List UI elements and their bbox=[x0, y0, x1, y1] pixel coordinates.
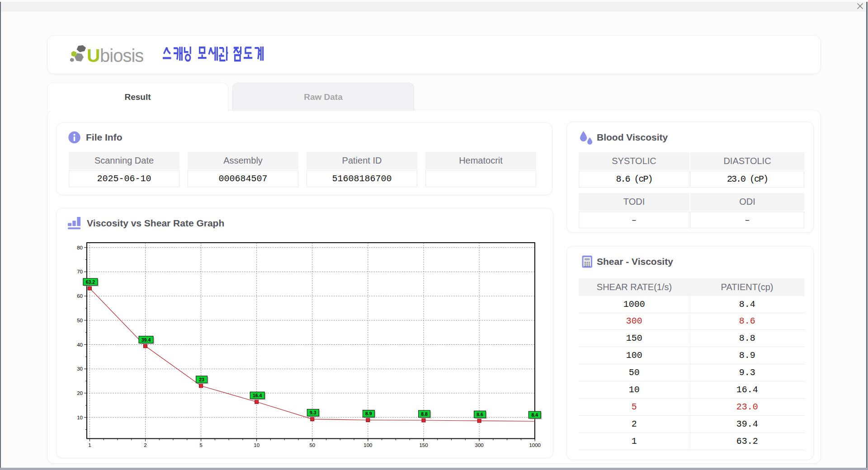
svg-text:60: 60 bbox=[77, 293, 83, 299]
svg-text:63.2: 63.2 bbox=[86, 279, 95, 285]
svg-text:23: 23 bbox=[199, 377, 204, 382]
svg-text:16.4: 16.4 bbox=[253, 393, 262, 398]
svg-text:39.4: 39.4 bbox=[142, 337, 151, 343]
svg-text:80: 80 bbox=[77, 245, 83, 250]
svg-text:2: 2 bbox=[144, 442, 146, 448]
svg-text:5: 5 bbox=[199, 442, 202, 448]
svg-text:100: 100 bbox=[363, 442, 372, 448]
svg-text:50: 50 bbox=[77, 318, 83, 323]
svg-text:1: 1 bbox=[88, 442, 91, 448]
svg-text:10: 10 bbox=[254, 442, 259, 448]
svg-text:20: 20 bbox=[77, 390, 83, 396]
svg-text:8.4: 8.4 bbox=[531, 412, 538, 418]
svg-text:70: 70 bbox=[77, 269, 83, 274]
svg-text:30: 30 bbox=[77, 366, 83, 371]
svg-text:9.3: 9.3 bbox=[310, 410, 316, 415]
svg-text:8.6: 8.6 bbox=[476, 412, 483, 417]
svg-text:8.8: 8.8 bbox=[421, 411, 428, 417]
svg-text:biosis: biosis bbox=[100, 46, 143, 65]
svg-text:U: U bbox=[87, 45, 100, 65]
svg-text:300: 300 bbox=[475, 442, 484, 448]
svg-text:1000: 1000 bbox=[529, 442, 541, 448]
svg-text:40: 40 bbox=[77, 342, 83, 348]
svg-text:8.9: 8.9 bbox=[365, 411, 372, 416]
svg-text:50: 50 bbox=[309, 442, 315, 448]
svg-text:10: 10 bbox=[77, 415, 83, 420]
svg-text:150: 150 bbox=[419, 442, 428, 448]
